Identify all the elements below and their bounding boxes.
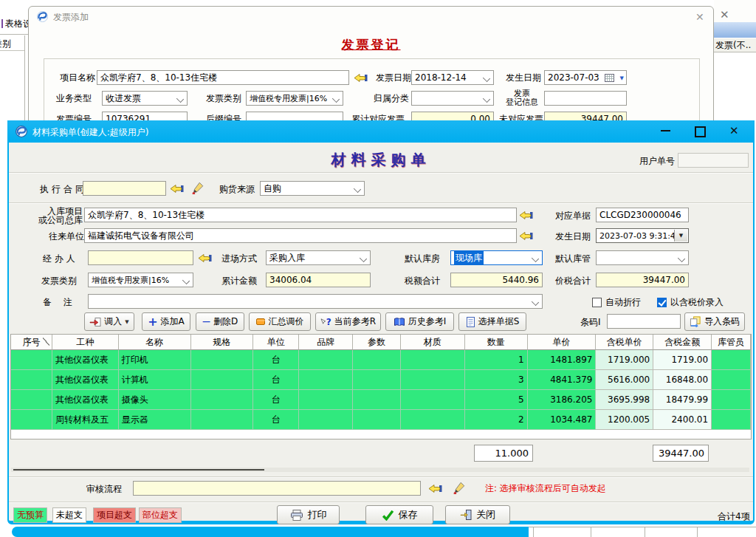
user-no-input[interactable] [678, 153, 749, 168]
occur-date-picker[interactable]: 2023-07-03 ▼ [544, 70, 627, 85]
hand-picker-icon[interactable] [519, 230, 533, 242]
scrollbar-thumb[interactable] [13, 469, 264, 471]
table-cell [353, 370, 401, 390]
maximize-icon[interactable] [695, 126, 706, 137]
chevron-down-icon [332, 95, 340, 103]
warehouse-project-input[interactable]: 众凯学府7、8、10-13住宅楼 [84, 208, 517, 222]
select-document-button[interactable]: 选择单据S [458, 312, 526, 331]
checkbox-tax-included-entry[interactable]: 以含税价录入 [657, 296, 724, 309]
load-button[interactable]: 调入 ▼ [84, 312, 134, 331]
history-reference-button[interactable]: 历史参考I [385, 312, 454, 331]
doc-no-input[interactable]: CLCGD230000046 [596, 208, 689, 222]
horizontal-scrollbar[interactable] [11, 468, 749, 472]
table-cell [401, 390, 465, 410]
column-header[interactable]: 含税金额 [653, 335, 712, 350]
current-reference-button[interactable]: ? 当前参考R [315, 312, 381, 331]
divider [0, 34, 28, 35]
entry-mode-combo[interactable]: 采购入库 [266, 250, 371, 265]
table-cell: 1 [465, 350, 528, 370]
app-close-icon[interactable]: ✕ [720, 8, 729, 21]
window-title: 材料采购单(创建人:超级用户) [32, 126, 148, 139]
bg-bottom-cells [529, 527, 756, 537]
belong-class-combo[interactable] [411, 91, 494, 106]
checkbox-auto-wrap[interactable]: 自动折行 [592, 296, 641, 309]
review-flow-input[interactable] [133, 481, 421, 496]
business-type-combo[interactable]: 收进发票 [102, 91, 188, 106]
dialog-close-icon[interactable]: ✕ [695, 11, 704, 23]
table-row[interactable]: 其他仪器仪表计算机台34841.3795616.00016848.00 [11, 370, 751, 390]
table-cell [712, 390, 751, 410]
column-header[interactable]: 库管员 [712, 335, 751, 350]
bg-toolbar-item[interactable]: 表格设 [1, 16, 28, 31]
barcode-label: 条码I [580, 317, 601, 327]
table-cell: 18479.99 [653, 390, 712, 410]
window-titlebar[interactable]: 材料采购单(创建人:超级用户) ✕ [7, 120, 755, 143]
save-button[interactable]: 保存 [365, 505, 433, 524]
invoice-category-combo[interactable]: 增值税专用发票|16% [246, 91, 343, 106]
column-header[interactable]: 材质 [401, 335, 465, 350]
import-barcode-button[interactable]: 导入条码 [684, 312, 745, 331]
table-cell: 16848.00 [653, 370, 712, 390]
remark-combo[interactable] [88, 294, 543, 309]
table-cell: 3 [465, 370, 528, 390]
column-header[interactable]: 名称 [119, 335, 191, 350]
column-header[interactable]: 单位 [253, 335, 299, 350]
project-name-input[interactable]: 众凯学府7、8、10-13住宅楼 [97, 70, 349, 85]
column-header[interactable]: 参数 [353, 335, 401, 350]
column-header[interactable]: 品牌 [299, 335, 353, 350]
calendar-icon [605, 74, 614, 82]
table-cell: 显示器 [119, 410, 191, 430]
handler-input[interactable] [88, 250, 193, 265]
pencil-edit-icon[interactable] [453, 481, 466, 494]
entry-mode-label: 进场方式 [221, 253, 257, 264]
amount-total: 39447.00 [653, 445, 709, 462]
table-cell: 2400.01 [653, 410, 712, 430]
column-header[interactable]: 序号 [11, 335, 52, 350]
column-header[interactable]: 数量 [465, 335, 528, 350]
table-row[interactable]: 其他仪器仪表摄像头台53186.2053695.99818479.99 [11, 390, 751, 410]
default-keeper-combo[interactable] [596, 250, 689, 265]
exec-contract-input[interactable] [83, 181, 166, 196]
table-cell [11, 370, 52, 390]
close-button[interactable]: 关闭 [445, 505, 510, 524]
table-cell: 2 [465, 410, 528, 430]
print-button[interactable]: 打印 [277, 505, 340, 524]
column-header[interactable]: 含税单价 [596, 335, 653, 350]
import-barcode-icon [690, 316, 701, 327]
table-row[interactable]: 周转材料及五显示器台21034.4871200.0052400.01 [11, 410, 751, 430]
partner-input[interactable]: 福建诚拓电气设备有限公司 [84, 228, 517, 243]
hand-picker-icon[interactable] [428, 483, 442, 494]
divider [9, 202, 753, 204]
pencil-edit-icon[interactable] [191, 181, 205, 194]
column-header[interactable]: 单价 [528, 335, 597, 350]
minimize-icon[interactable] [661, 130, 670, 131]
column-header[interactable]: 规格 [191, 335, 254, 350]
table-cell [401, 370, 465, 390]
close-icon[interactable]: ✕ [729, 124, 739, 137]
hand-picker-icon[interactable] [198, 253, 212, 264]
summary-reprice-button[interactable]: 汇总调价 [249, 312, 311, 331]
invoice-date-combo[interactable]: 2018-12-14 [411, 70, 494, 85]
table-cell: 5616.000 [596, 370, 653, 390]
table-row[interactable]: 其他仪器仪表打印机台11481.8971719.0001719.00 [11, 350, 751, 370]
chevron-down-icon [678, 255, 685, 262]
hand-picker-icon[interactable] [170, 183, 184, 194]
column-header[interactable]: 工种 [52, 335, 119, 350]
load-icon [89, 317, 101, 327]
occur-date-label: 发生日期 [555, 231, 591, 242]
purchase-window: 材料采购单(创建人:超级用户) ✕ 材料采购单 用户单号 执行合同 购货来源 自… [7, 120, 755, 524]
dropdown-arrow-icon: ▼ [620, 75, 624, 81]
hand-picker-icon[interactable] [519, 210, 533, 221]
barcode-input[interactable] [607, 314, 681, 329]
purchase-source-combo[interactable]: 自购 [260, 181, 365, 196]
checkbox-icon [657, 298, 667, 307]
occur-date-combo[interactable]: 2023-07-03 9:31:41 ▼ [596, 228, 689, 243]
invoice-category-combo[interactable]: 增值税专用发票|16% [88, 273, 193, 287]
delete-button[interactable]: — 删除D [196, 312, 244, 331]
hand-picker-icon[interactable] [354, 72, 368, 83]
default-warehouse-combo[interactable]: 现场库 [450, 250, 543, 265]
reg-info-input[interactable] [544, 91, 627, 106]
plus-icon: + [148, 317, 157, 327]
add-button[interactable]: + 添加A [142, 312, 190, 331]
dropdown-button[interactable]: ▼ [674, 230, 687, 242]
